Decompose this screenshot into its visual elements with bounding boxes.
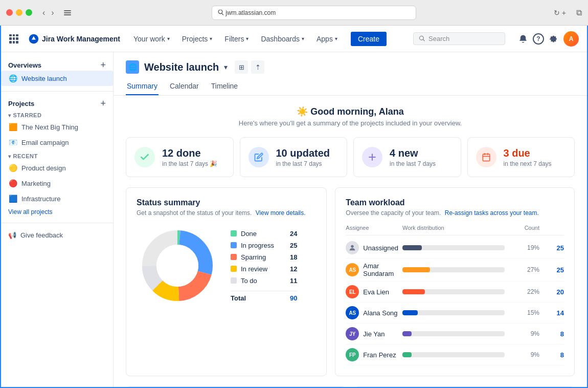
- done-count: 24: [290, 230, 297, 238]
- workload-header: Assignee Work distribution Count: [346, 225, 564, 235]
- assignee-name: Alana Song: [363, 309, 397, 317]
- close-button[interactable]: [6, 9, 13, 16]
- legend-total: Total 90: [231, 291, 297, 302]
- add-project-button[interactable]: +: [100, 99, 106, 108]
- assignee-alana: AS Alana Song: [346, 306, 398, 319]
- notifications-button[interactable]: [518, 34, 528, 44]
- new-label: in the last 7 days: [390, 160, 436, 167]
- reassign-link[interactable]: Re-assign tasks across your team.: [445, 209, 539, 217]
- chevron-down-icon: ▾: [8, 113, 11, 118]
- assignee-name: Amar Sundaram: [363, 262, 398, 277]
- projects-label: Projects: [8, 100, 34, 107]
- sidebar-toggle[interactable]: [60, 9, 75, 17]
- welcome-section: ☀️ Good morning, Alana Here's where you'…: [126, 106, 575, 127]
- address-bar[interactable]: jwm.atlassian.com: [212, 6, 416, 20]
- apps-grid-button[interactable]: [9, 34, 18, 44]
- calendar-icon: [476, 147, 496, 167]
- total-label: Total: [231, 294, 246, 302]
- email-campaign-icon: 📧: [8, 138, 17, 147]
- app: Jira Work Management Your work ▾ Project…: [0, 26, 588, 388]
- chevron-down-icon: ▾: [302, 36, 304, 41]
- sidebar-divider-2: [1, 223, 113, 223]
- tab-summary[interactable]: Summary: [126, 78, 159, 95]
- assignee-name: Unassigned: [363, 244, 398, 252]
- back-button[interactable]: ‹: [40, 7, 47, 18]
- workload-row-unassigned: Unassigned 19% 25: [346, 238, 564, 258]
- summary-section: ☀️ Good morning, Alana Here's where you'…: [114, 96, 587, 387]
- projects-nav[interactable]: Projects ▾: [177, 32, 218, 46]
- traffic-lights: [6, 9, 32, 16]
- svg-rect-0: [64, 10, 71, 11]
- pencil-icon: [248, 147, 269, 167]
- view-all-projects-link[interactable]: View all projects: [1, 206, 113, 218]
- sparring-dot: [231, 254, 237, 260]
- help-button[interactable]: ?: [533, 33, 544, 45]
- bell-icon: [518, 34, 528, 44]
- nav-items: Your work ▾ Projects ▾ Filters ▾ Dashboa…: [128, 32, 343, 46]
- maximize-button[interactable]: [26, 9, 32, 16]
- search-bar[interactable]: Search: [413, 32, 505, 45]
- browser-nav: ‹ ›: [40, 7, 56, 18]
- board-view-button[interactable]: ⊞: [235, 60, 248, 74]
- sidebar-item-website-launch[interactable]: 🌐 Website launch: [1, 71, 113, 86]
- create-button[interactable]: Create: [351, 32, 387, 46]
- project-tabs: Summary Calendar Timeline: [114, 78, 587, 96]
- done-dot: [231, 230, 237, 236]
- sidebar: Overviews + 🌐 Website launch Projects + …: [1, 52, 114, 387]
- tab-timeline[interactable]: Timeline: [210, 78, 239, 95]
- bottom-panels-row: Priority breakdown Get a holistic view o…: [126, 386, 575, 387]
- infrastructure-icon: 🟦: [8, 194, 17, 203]
- website-launch-icon: 🌐: [8, 74, 17, 83]
- project-title: Website launch: [144, 61, 219, 73]
- apps-nav[interactable]: Apps ▾: [311, 32, 343, 46]
- sidebar-item-email-campaign[interactable]: 📧 Email campaign: [1, 135, 113, 150]
- search-icon: [419, 35, 425, 42]
- due-label: in the next 7 days: [504, 160, 552, 167]
- minimize-button[interactable]: [16, 9, 22, 16]
- window-action-button[interactable]: ⧉: [576, 8, 582, 17]
- product-design-icon: 🟡: [8, 163, 17, 173]
- give-feedback-item[interactable]: 📢 Give feedback: [1, 228, 113, 242]
- alana-avatar: AS: [346, 306, 359, 319]
- recent-group[interactable]: ▾ RECENT: [1, 150, 113, 160]
- apps-grid-icon: [9, 34, 18, 44]
- sidebar-item-product-design[interactable]: 🟡 Product design: [1, 160, 113, 176]
- tab-calendar[interactable]: Calendar: [169, 78, 200, 95]
- add-overview-button[interactable]: +: [100, 60, 106, 70]
- user-avatar[interactable]: A: [563, 31, 579, 47]
- to-do-count: 11: [290, 277, 297, 285]
- project-title-chevron-icon[interactable]: ▾: [224, 63, 228, 71]
- new-tab-button[interactable]: +: [562, 9, 566, 17]
- svg-point-15: [156, 245, 198, 287]
- refresh-button[interactable]: ↻: [554, 9, 560, 17]
- count-jie: 8: [544, 330, 564, 338]
- forward-button[interactable]: ›: [49, 7, 56, 18]
- updated-label: in the last 7 days: [276, 160, 330, 167]
- workload-bar-unassigned: [402, 245, 505, 250]
- pct-alana: 15%: [509, 309, 539, 316]
- stat-card-done: 12 done in the last 7 days 🎉: [126, 137, 234, 177]
- bar-fill: [402, 310, 418, 315]
- sidebar-item-infrastructure[interactable]: 🟦 Infrastructure: [1, 191, 113, 206]
- view-more-link[interactable]: View more details.: [256, 209, 306, 217]
- starred-group[interactable]: ▾ STARRED: [1, 109, 113, 119]
- in-progress-dot: [231, 242, 237, 248]
- filters-nav[interactable]: Filters ▾: [219, 32, 254, 46]
- team-workload-sub: Oversee the capacity of your team. Re-as…: [346, 209, 564, 217]
- sidebar-item-marketing[interactable]: 🔴 Marketing: [1, 176, 113, 191]
- workload-bar-eva: [402, 289, 505, 294]
- svg-point-16: [351, 245, 354, 248]
- assignee-name: Eva Lien: [363, 288, 389, 296]
- sidebar-item-next-big-thing[interactable]: 🟧 The Next Big Thing: [1, 119, 113, 135]
- share-button[interactable]: ⇡: [251, 60, 264, 74]
- due-count: 3 due: [504, 147, 552, 159]
- browser-actions: ↻ +: [554, 9, 566, 17]
- legend-item-done: Done 24: [231, 230, 297, 238]
- sidebar-item-label: The Next Big Thing: [21, 123, 78, 131]
- your-work-nav[interactable]: Your work ▾: [128, 32, 175, 46]
- recent-label: RECENT: [13, 153, 38, 159]
- project-header: 🌐 Website launch ▾ ⊞ ⇡: [114, 52, 587, 74]
- dashboards-nav[interactable]: Dashboards ▾: [256, 32, 309, 46]
- settings-button[interactable]: [549, 34, 558, 44]
- logo[interactable]: Jira Work Management: [29, 34, 120, 44]
